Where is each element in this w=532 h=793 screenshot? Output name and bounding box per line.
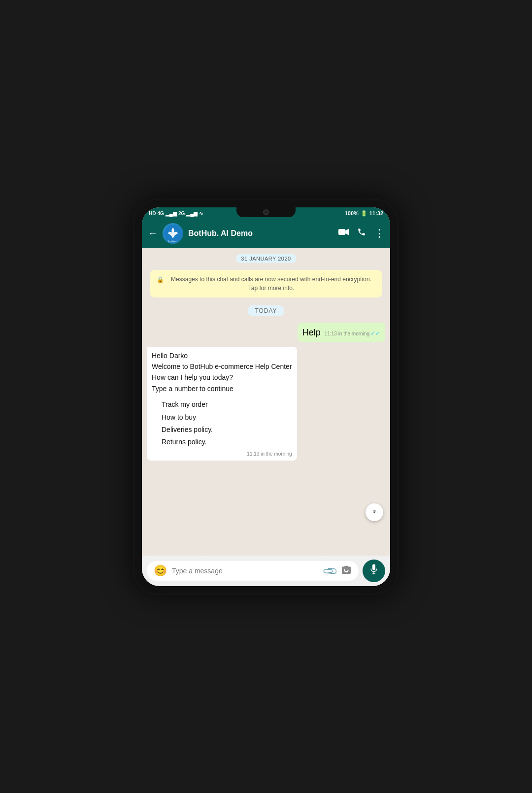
menu-item-4: Returns policy. [162,436,292,447]
network-4g: 4G [157,211,164,216]
sent-message-text: Help [302,327,321,339]
network-2g: 2G [178,211,185,216]
lock-icon: 🔒 [157,275,164,284]
header-icons: ⋮ [338,227,384,240]
avatar[interactable]: bothub [163,223,183,244]
header-info: BotHub. AI Demo [188,229,333,238]
sent-message-bubble: Help 11:13 in the morning ✓✓ [298,323,385,342]
bot-instruction: Type a number to continue [152,383,292,394]
input-bar: 😊 📎 [142,556,390,586]
bot-welcome: Welcome to BotHub e-commerce Help Center [152,361,292,372]
emoji-button[interactable]: 😊 [154,565,167,576]
date-badge-text: 31 JANUARY 2020 [236,254,296,263]
sent-message-time: 11:13 in the morning [325,330,369,337]
bot-message-time: 11:13 in the morning [247,451,292,458]
clock: 11:32 [369,210,383,216]
svg-marker-2 [345,229,349,235]
signal-2g: ▂▄▆ [186,211,198,216]
video-call-icon[interactable] [338,228,349,238]
received-message-bubble: Hello Darko Welcome to BotHub e-commerce… [147,347,297,461]
battery-level: 100% [345,210,359,216]
carrier-label: HD [149,211,156,216]
phone-frame: HD 4G ▂▄▆ 2G ▂▄▆ ∿ 100% 🔋 11:32 ← [133,198,399,595]
signal-4g: ▂▄▆ [166,211,177,216]
sent-message-meta: 11:13 in the morning ✓✓ [325,328,380,338]
read-receipts: ✓✓ [370,330,380,338]
today-badge-text: TODAY [248,305,284,316]
encryption-text: Messages to this chat and calls are now … [167,275,375,293]
avatar-image: bothub [163,223,183,244]
date-header: 31 JANUARY 2020 [236,254,296,263]
attach-button[interactable]: 📎 [321,562,338,579]
phone-notch [236,207,296,217]
menu-item-3: Deliveries policy. [162,424,292,435]
chat-area: 31 JANUARY 2020 🔒 Messages to this chat … [142,248,390,556]
camera-button[interactable] [341,565,352,576]
bot-message-footer: 11:13 in the morning [152,451,292,458]
menu-item-2: How to buy [162,412,292,423]
svg-rect-1 [338,229,345,235]
mic-icon [369,564,378,577]
bot-greeting: Hello Darko [152,350,292,361]
phone-call-icon[interactable] [357,228,366,239]
sent-message-content: Help 11:13 in the morning ✓✓ [302,327,380,339]
contact-name: BotHub. AI Demo [188,229,333,238]
mic-button[interactable] [363,560,385,582]
bot-question: How can I help you today? [152,372,292,383]
bot-message-text: Hello Darko Welcome to BotHub e-commerce… [152,350,292,448]
phone-screen: HD 4G ▂▄▆ 2G ▂▄▆ ∿ 100% 🔋 11:32 ← [142,207,390,586]
sent-message-row: Help 11:13 in the morning ✓✓ [147,323,385,342]
message-input[interactable] [172,567,319,575]
status-right: 100% 🔋 11:32 [345,210,383,217]
camera-dot [263,209,269,215]
battery-icon: 🔋 [361,210,367,217]
scroll-down-button[interactable] [366,503,383,521]
input-container: 😊 📎 [147,561,359,581]
received-message-row: Hello Darko Welcome to BotHub e-commerce… [147,347,385,461]
avatar-label-text: bothub [168,240,178,243]
back-button[interactable]: ← [148,228,158,239]
encryption-notice[interactable]: 🔒 Messages to this chat and calls are no… [150,270,382,297]
svg-rect-3 [372,564,375,570]
today-label: TODAY [248,305,284,316]
wifi-icon: ∿ [199,211,203,216]
chat-header: ← bothub BotHub. AI Demo [142,219,390,248]
more-options-icon[interactable]: ⋮ [374,227,384,240]
bot-menu-list: Track my order How to buy Deliveries pol… [162,399,292,448]
menu-item-1: Track my order [162,399,292,410]
status-left: HD 4G ▂▄▆ 2G ▂▄▆ ∿ [149,211,203,216]
